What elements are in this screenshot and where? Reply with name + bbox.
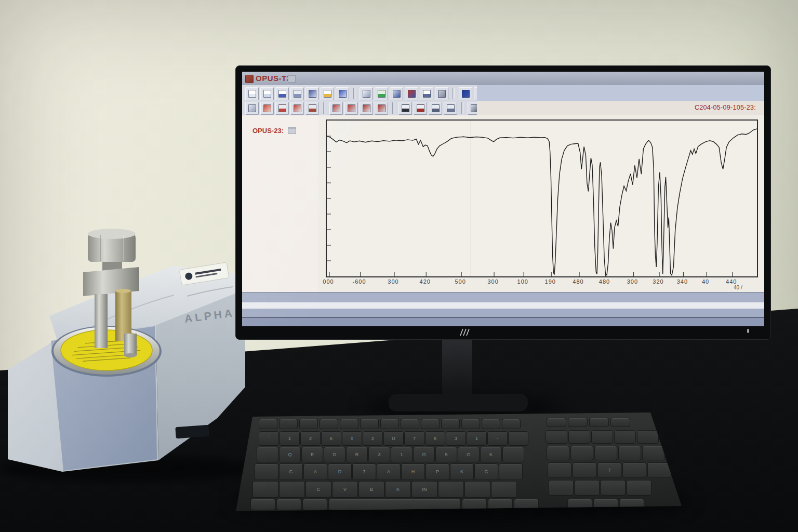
keyboard: `12602U7831-QEDR31O5GKGAD7AHPKG7CVBKIN [235, 411, 685, 513]
folder-icon[interactable] [459, 87, 472, 100]
key-legend: 2 [309, 436, 312, 441]
keyboard-key [549, 480, 574, 496]
keyboard-key [441, 419, 460, 429]
keyboard-key [360, 419, 379, 429]
new-document-icon[interactable] [245, 87, 259, 100]
redo-red-icon[interactable] [405, 87, 418, 100]
doc-gray-icon[interactable] [435, 87, 448, 100]
tiles-red-icon [263, 104, 271, 112]
key-legend: 3 [378, 452, 380, 457]
keyboard-key [546, 430, 567, 444]
keyboard-key: K [450, 463, 474, 480]
keyboard-key: ` [259, 431, 279, 446]
monitor-base [389, 394, 528, 411]
key-legend: 7 [413, 436, 416, 441]
favorite-doc-icon[interactable] [321, 87, 334, 100]
flask-icon[interactable] [245, 102, 259, 115]
pin-red-icon[interactable] [375, 102, 388, 115]
print-document-icon[interactable] [290, 87, 304, 100]
keyboard-key [594, 446, 617, 460]
toolbar-separator [323, 102, 325, 114]
key-legend: 1 [475, 436, 478, 441]
doc-red-stripes-icon[interactable] [275, 102, 289, 115]
keyboard-key: 7 [597, 462, 621, 478]
keyboard-key: 5 [435, 447, 457, 462]
keyboard-key: 7 [404, 431, 424, 446]
tiles-red-icon[interactable] [260, 102, 274, 115]
key-legend: 8 [434, 436, 436, 441]
spectrum-plot[interactable] [326, 119, 758, 277]
key-legend: IN [422, 487, 427, 492]
status-bar-2 [242, 302, 764, 309]
doc-chart-icon [309, 104, 316, 112]
titlebar-badge[interactable] [288, 75, 296, 83]
flask-icon [248, 104, 256, 112]
keyboard-key [464, 481, 490, 498]
keyboard-key: 3 [368, 447, 390, 462]
list-lines2-icon[interactable] [429, 102, 442, 115]
pin-red-icon [378, 104, 385, 112]
list-lines-icon[interactable] [414, 102, 427, 115]
key-legend: O [422, 452, 425, 457]
keyboard-key [547, 418, 566, 427]
clipboard-paste-icon[interactable] [360, 87, 373, 100]
key-legend: B [370, 487, 373, 492]
keyboard-key: G [474, 463, 498, 480]
keyboard-key: - [487, 431, 508, 446]
keyboard-key [255, 463, 278, 480]
x-tick-label: 480 [599, 278, 610, 285]
keyboard-key [461, 419, 480, 429]
tool-red-icon[interactable] [329, 102, 343, 115]
brass-cylinder [115, 291, 131, 341]
list-lines2-icon [432, 104, 440, 112]
press-post [95, 294, 108, 348]
run-macro-icon[interactable] [290, 102, 304, 115]
chart-edit-icon[interactable] [444, 102, 457, 115]
keyboard-key: 0 [342, 431, 362, 446]
key-legend: C [317, 487, 321, 492]
keyboard-key: V [332, 481, 358, 498]
keyboard-key [380, 419, 399, 429]
key-legend: K [460, 469, 463, 474]
doc-green-icon[interactable] [375, 87, 388, 100]
monitor-stand [442, 337, 472, 403]
keyboard-key [622, 462, 646, 478]
spacebar-key [328, 499, 461, 510]
send-arrow-icon[interactable] [336, 87, 349, 100]
signal-wave-icon[interactable] [398, 102, 412, 115]
keyboard-key [340, 419, 358, 429]
save-box-icon[interactable] [305, 87, 319, 100]
key-legend: H [411, 469, 415, 474]
doc-chart-icon[interactable] [305, 102, 319, 115]
keyboard-key [320, 419, 338, 429]
window-titlebar[interactable]: OPUS-T3: [242, 72, 764, 86]
annotate-red-icon[interactable] [344, 102, 358, 115]
list-lines-icon [417, 104, 424, 112]
keyboard-key: 3 [446, 431, 466, 446]
favorite-doc-icon [324, 90, 331, 98]
keyboard-key [302, 499, 327, 510]
keyboard-key [508, 431, 528, 446]
keyboard-key: A [377, 463, 401, 480]
send-arrow-icon [339, 90, 347, 98]
keyboard-key [491, 481, 517, 498]
plot-corner-label: 40 / [734, 285, 742, 290]
x-tick-label: -600 [353, 278, 366, 285]
keyboard-key: IN [411, 481, 437, 498]
open-document-icon[interactable] [260, 87, 274, 100]
keyboard-key [637, 430, 659, 444]
key-legend: 3 [455, 436, 457, 441]
doc-table-icon[interactable] [420, 87, 433, 100]
power-led[interactable] [747, 329, 749, 333]
key-legend: K [489, 452, 493, 457]
doc-table-icon [423, 90, 431, 98]
axes-red-icon[interactable] [360, 102, 373, 115]
chart-edit-icon [447, 104, 455, 112]
file-entry-label[interactable]: OPUS-23: [252, 127, 284, 135]
x-tick-label: 000 [323, 278, 334, 285]
keyboard-key [568, 430, 590, 444]
folder-icon [462, 90, 470, 98]
file-stripes-icon[interactable] [275, 87, 289, 100]
save-floppy-icon[interactable] [390, 87, 403, 100]
browser-panel[interactable]: OPUS-23: [242, 115, 318, 292]
